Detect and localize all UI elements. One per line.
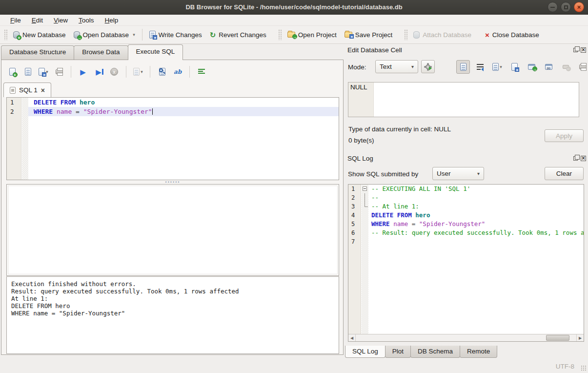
save-results-icon [133, 68, 140, 76]
open-in-external-button[interactable]: → [525, 60, 538, 74]
editor-results-splitter[interactable]: •••••• [6, 180, 339, 184]
new-database-button[interactable]: + New Database [9, 29, 70, 41]
execute-sql-pane: + ▾ ▶ ▶ x ▾ ab SQL 1 × [1, 60, 344, 355]
execute-all-icon: ▶ [80, 68, 86, 76]
close-database-button[interactable]: × Close Database [481, 29, 543, 41]
copy-link-button[interactable] [542, 60, 555, 74]
toolbar-drag-handle[interactable] [4, 29, 7, 40]
main-tab-bar: Database Structure Browse Data Execute S… [1, 45, 182, 60]
sql-1-tab[interactable]: SQL 1 × [3, 83, 51, 97]
sql-tab-label: SQL 1 [19, 86, 38, 94]
find-in-sql-button[interactable] [155, 65, 169, 79]
menu-file[interactable]: File [5, 16, 26, 25]
tab-sql-log[interactable]: SQL Log [345, 346, 385, 358]
save-sql-icon [39, 68, 45, 76]
cell-value-editor[interactable]: NULL [348, 82, 579, 117]
close-log-dock-icon[interactable]: × [581, 156, 586, 161]
close-database-icon: × [485, 31, 489, 39]
stop-icon: x [110, 68, 118, 76]
print-sql-button[interactable] [52, 65, 66, 79]
sql-toolbar: + ▾ ▶ ▶ x ▾ ab [5, 63, 208, 81]
write-changes-button[interactable]: Write Changes [145, 28, 206, 41]
fold-margin [22, 98, 28, 180]
sql-line-1: DELETE FROM hero [28, 98, 339, 107]
scroll-right-icon[interactable]: ▶ [576, 334, 584, 341]
sql-line-2: WHERE name = "Spider-Youngster" [28, 107, 339, 116]
left-panel: Database Structure Browse Data Execute S… [0, 44, 345, 373]
revert-changes-button[interactable]: ↻ Revert Changes [206, 29, 270, 41]
tab-execute-sql[interactable]: Execute SQL [128, 44, 183, 60]
menu-tools[interactable]: Tools [73, 16, 100, 25]
tab-browse-data[interactable]: Browse Data [74, 45, 128, 60]
log-horizontal-scrollbar[interactable]: ◀ ▶ [348, 334, 584, 341]
execute-current-line-button[interactable]: ▶ [92, 65, 105, 79]
tab-db-schema[interactable]: DB Schema [410, 346, 460, 358]
export-data-button[interactable] [507, 60, 521, 74]
print-icon [56, 69, 63, 74]
text-mode-toggle[interactable] [456, 60, 470, 74]
import-icon [492, 63, 499, 71]
new-database-icon: + [13, 31, 20, 39]
float-log-dock-icon[interactable] [573, 156, 578, 161]
encoding-indicator[interactable]: UTF-8 [556, 363, 574, 370]
float-dock-icon[interactable] [573, 48, 578, 52]
tab-remote[interactable]: Remote [460, 346, 497, 358]
open-database-dropdown-icon[interactable]: ▾ [133, 32, 135, 37]
menu-edit[interactable]: Edit [26, 16, 48, 25]
combo-arrow-icon: ▾ [411, 64, 414, 69]
new-sql-tab-button[interactable]: + [5, 65, 19, 79]
maximize-button[interactable] [561, 2, 571, 12]
word-wrap-button[interactable] [473, 60, 487, 74]
tab-database-structure[interactable]: Database Structure [1, 45, 74, 60]
title-bar: DB Browser for SQLite - /home/user/code/… [0, 0, 588, 15]
app-window: DB Browser for SQLite - /home/user/code/… [0, 0, 588, 373]
apply-settings-button[interactable] [421, 60, 435, 73]
print-cell-button[interactable] [576, 60, 588, 74]
mode-label: Mode: [348, 63, 366, 71]
open-sql-file-button[interactable] [21, 65, 35, 79]
print-cell-icon [579, 64, 587, 69]
combo-arrow-icon: ▾ [477, 171, 480, 176]
save-sql-file-button[interactable]: ▾ [37, 65, 50, 79]
menu-view[interactable]: View [48, 16, 73, 25]
format-sql-button[interactable] [195, 65, 208, 79]
edit-cell-title: Edit Database Cell [347, 46, 573, 54]
open-database-button[interactable]: → Open Database ▾ [70, 29, 139, 41]
close-button[interactable]: × [574, 2, 584, 12]
sql-log-title: SQL Log [347, 155, 573, 162]
attach-database-icon [413, 31, 420, 39]
resize-grip[interactable] [581, 365, 587, 371]
menu-help[interactable]: Help [100, 16, 124, 25]
scroll-left-icon[interactable]: ◀ [348, 334, 356, 341]
toolbar-drag-handle-2[interactable] [278, 29, 282, 40]
sql-editor[interactable]: 1 2 DELETE FROM hero WHERE name = "Spide… [6, 97, 339, 180]
log-filter-select[interactable]: User ▾ [432, 167, 484, 180]
sql-code-area[interactable]: DELETE FROM hero WHERE name = "Spider-Yo… [28, 98, 339, 180]
sql-log-view[interactable]: 1 2 3 4 5 6 7 -- EXECUTING ALL IN 'SQL 1… [348, 184, 584, 342]
tab-plot[interactable]: Plot [385, 346, 411, 358]
fold-collapse-icon[interactable] [363, 186, 367, 191]
sql-document-icon [10, 87, 16, 94]
execute-all-button[interactable]: ▶ [76, 65, 90, 79]
sql-tab-close-icon[interactable]: × [41, 87, 45, 94]
cell-type-info: Type of data currently in cell: NULL [348, 125, 451, 133]
toolbar-drag-handle-3[interactable] [404, 29, 407, 40]
auto-complete-button[interactable]: ab [171, 65, 184, 79]
text-cursor [152, 108, 153, 115]
save-results-button: ▾ [131, 65, 145, 79]
sql-tab-bar: SQL 1 × [3, 83, 51, 97]
clear-log-button[interactable]: Clear [545, 167, 584, 180]
scrollbar-thumb[interactable] [546, 335, 569, 341]
export-icon [511, 63, 518, 71]
open-project-button[interactable]: → Open Project [284, 29, 341, 41]
save-project-button[interactable]: Save Project [341, 29, 397, 41]
minimize-button[interactable] [547, 2, 558, 12]
mode-select[interactable]: Text ▾ [375, 60, 418, 73]
import-data-button[interactable]: ▾ [490, 60, 504, 74]
link-icon [545, 64, 552, 70]
gear-icon [426, 64, 430, 69]
window-title: DB Browser for SQLite - /home/user/code/… [185, 3, 402, 11]
close-dock-icon[interactable]: × [581, 47, 586, 53]
log-line-numbers: 1 2 3 4 5 6 7 [348, 185, 361, 341]
cell-null-indicator: NULL [348, 83, 374, 117]
